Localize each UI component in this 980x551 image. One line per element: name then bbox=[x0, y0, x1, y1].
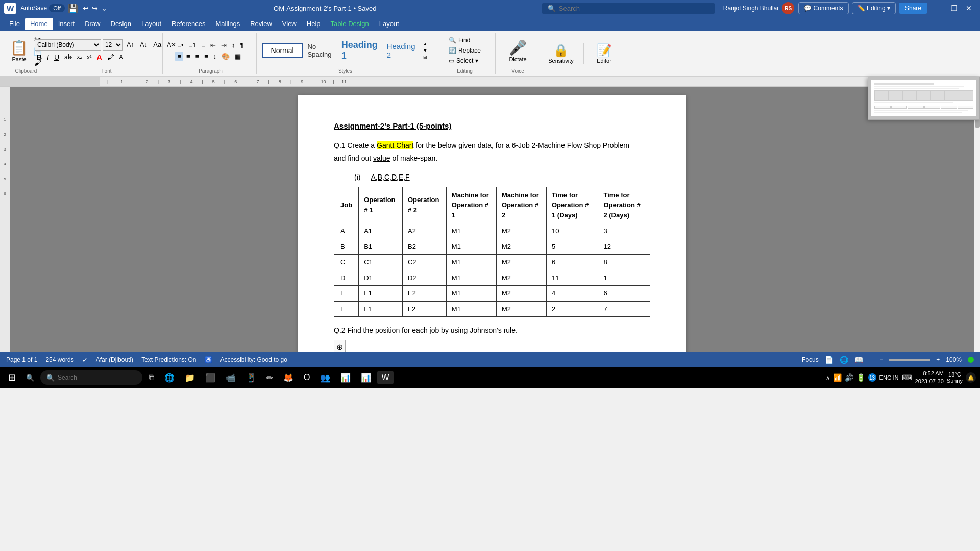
editing-button[interactable]: ✏️ Editing ▾ bbox=[852, 2, 896, 14]
undo-icon[interactable]: ↩ bbox=[83, 4, 89, 12]
redo-icon[interactable]: ↪ bbox=[92, 4, 98, 12]
align-right-button[interactable]: ≡ bbox=[193, 52, 202, 61]
borders-button[interactable]: ▦ bbox=[233, 52, 243, 61]
superscript-button[interactable]: x² bbox=[85, 53, 93, 61]
zoom-increase-button[interactable]: + bbox=[936, 356, 940, 363]
search-box[interactable]: 🔍 bbox=[542, 3, 715, 14]
styles-expand[interactable]: ⊞ bbox=[422, 54, 429, 60]
start-button[interactable]: ⊞ bbox=[4, 370, 20, 385]
menu-table-design[interactable]: Table Design bbox=[326, 18, 374, 30]
close-button[interactable]: ✕ bbox=[962, 2, 976, 14]
replace-button[interactable]: 🔄 Replace bbox=[447, 46, 483, 55]
view-print-icon[interactable]: 📄 bbox=[825, 356, 834, 364]
menu-mailings[interactable]: Mailings bbox=[211, 18, 246, 30]
taskbar-edge-button[interactable]: 🌐 bbox=[160, 371, 179, 385]
focus-button[interactable]: Focus bbox=[802, 356, 819, 363]
editor-icon[interactable]: 📝 bbox=[597, 43, 612, 58]
taskbar-excel-button[interactable]: 📊 bbox=[357, 371, 375, 385]
font-name-select[interactable]: Calibri (Body) bbox=[35, 39, 101, 51]
quick-access-icon[interactable]: ⌄ bbox=[101, 4, 107, 12]
multilevel-button[interactable]: ≡ bbox=[199, 40, 207, 50]
share-button[interactable]: Share bbox=[899, 3, 927, 14]
notifications-button[interactable]: 🔔 bbox=[966, 372, 976, 383]
task-view-button[interactable]: ⧉ bbox=[144, 371, 158, 384]
subscript-button[interactable]: x₂ bbox=[75, 53, 84, 61]
taskbar-browser-button[interactable]: 🦊 bbox=[279, 371, 298, 385]
align-center-button[interactable]: ≡ bbox=[184, 52, 192, 61]
menu-references[interactable]: References bbox=[166, 18, 210, 30]
strikethrough-button[interactable]: ab̶ bbox=[62, 53, 74, 62]
menu-view[interactable]: View bbox=[277, 18, 302, 30]
doc-scroll[interactable]: Assignment-2's Part-1 (5-points) Q.1 Cre… bbox=[10, 87, 974, 352]
keyboard-icon[interactable]: ⌨ bbox=[902, 373, 912, 382]
taskbar-search-box[interactable]: 🔍 bbox=[40, 370, 142, 385]
restore-button[interactable]: ❐ bbox=[947, 2, 962, 14]
style-heading1[interactable]: Heading 1 bbox=[337, 38, 382, 63]
line-spacing-button[interactable]: ↕ bbox=[211, 52, 219, 61]
text-effects-button[interactable]: A bbox=[117, 53, 126, 62]
taskbar-battery-icon[interactable]: 🔋 bbox=[856, 373, 865, 382]
find-button[interactable]: 🔍 Find bbox=[447, 36, 483, 45]
taskbar-folder-button[interactable]: 📁 bbox=[181, 371, 199, 385]
taskbar-teams2-button[interactable]: 📊 bbox=[336, 371, 355, 385]
chevron-up-icon[interactable]: ∧ bbox=[826, 374, 830, 381]
search-input[interactable] bbox=[559, 5, 702, 12]
sort-button[interactable]: ↕ bbox=[230, 40, 237, 50]
taskbar-word-button[interactable]: W bbox=[377, 371, 393, 384]
show-marks-button[interactable]: ¶ bbox=[238, 40, 246, 50]
paste-button[interactable]: 📋 Paste bbox=[8, 38, 30, 63]
menu-file[interactable]: File bbox=[4, 18, 25, 30]
taskbar-video-button[interactable]: 📹 bbox=[222, 371, 240, 385]
taskbar-teams-button[interactable]: 👥 bbox=[316, 371, 334, 385]
decrease-indent-button[interactable]: ⇤ bbox=[208, 40, 218, 50]
numbering-button[interactable]: ≡1 bbox=[187, 40, 199, 50]
vertical-scrollbar[interactable] bbox=[974, 87, 980, 352]
select-button[interactable]: ▭ Select ▾ bbox=[447, 56, 483, 65]
sensitivity-icon[interactable]: 🔒 bbox=[553, 43, 569, 58]
increase-indent-button[interactable]: ⇥ bbox=[219, 40, 229, 50]
highlight-button[interactable]: 🖍 bbox=[105, 52, 116, 62]
search-button[interactable]: 🔍 bbox=[22, 372, 38, 384]
font-shrink-button[interactable]: A↓ bbox=[138, 40, 150, 49]
style-heading2[interactable]: Heading 2 bbox=[383, 40, 420, 61]
menu-review[interactable]: Review bbox=[245, 18, 277, 30]
bold-button[interactable]: B bbox=[35, 52, 44, 62]
taskbar-wifi-icon[interactable]: 📶 bbox=[833, 373, 842, 382]
minimize-button[interactable]: — bbox=[932, 2, 947, 14]
save-icon[interactable]: 💾 bbox=[68, 4, 78, 13]
menu-design[interactable]: Design bbox=[106, 18, 136, 30]
bullets-button[interactable]: ≡• bbox=[175, 40, 185, 50]
style-normal[interactable]: Normal bbox=[262, 43, 303, 58]
menu-draw[interactable]: Draw bbox=[80, 18, 105, 30]
change-case-button[interactable]: Aa bbox=[151, 40, 163, 49]
styles-scroll-down[interactable]: ▼ bbox=[422, 47, 429, 54]
view-web-icon[interactable]: 🌐 bbox=[840, 356, 848, 364]
justify-button[interactable]: ≡ bbox=[202, 52, 210, 61]
taskbar-apps-button[interactable]: 📱 bbox=[242, 371, 260, 385]
view-read-icon[interactable]: 📖 bbox=[854, 356, 863, 364]
menu-help[interactable]: Help bbox=[302, 18, 326, 30]
taskbar-volume-icon[interactable]: 🔊 bbox=[845, 373, 853, 382]
align-left-button[interactable]: ≡ bbox=[175, 52, 183, 61]
style-no-spacing[interactable]: No Spacing bbox=[304, 41, 336, 60]
dictate-icon[interactable]: 🎤 bbox=[509, 39, 527, 56]
font-color-button[interactable]: A bbox=[94, 52, 104, 62]
menu-layout2[interactable]: Layout bbox=[374, 18, 404, 30]
styles-scroll-up[interactable]: ▲ bbox=[422, 41, 429, 47]
taskbar-opera-button[interactable]: O bbox=[300, 371, 314, 384]
taskbar-xd-button[interactable]: ✏ bbox=[262, 371, 277, 385]
zoom-decrease-button[interactable]: − bbox=[879, 356, 883, 363]
italic-button[interactable]: I bbox=[45, 52, 51, 62]
font-grow-button[interactable]: A↑ bbox=[125, 40, 136, 49]
taskbar-search-input[interactable] bbox=[58, 374, 129, 381]
shading-button[interactable]: 🎨 bbox=[219, 52, 232, 61]
add-table-row-icon[interactable]: ⊕ bbox=[334, 340, 346, 352]
menu-layout[interactable]: Layout bbox=[136, 18, 166, 30]
underline-button[interactable]: U bbox=[52, 52, 61, 62]
autosave-toggle[interactable]: Off bbox=[49, 4, 64, 12]
menu-insert[interactable]: Insert bbox=[53, 18, 80, 30]
taskbar-terminal-button[interactable]: ⬛ bbox=[201, 371, 219, 385]
font-size-select[interactable]: 12 bbox=[103, 39, 123, 51]
comments-button[interactable]: 💬 Comments bbox=[798, 2, 848, 14]
menu-home[interactable]: Home bbox=[25, 18, 53, 30]
